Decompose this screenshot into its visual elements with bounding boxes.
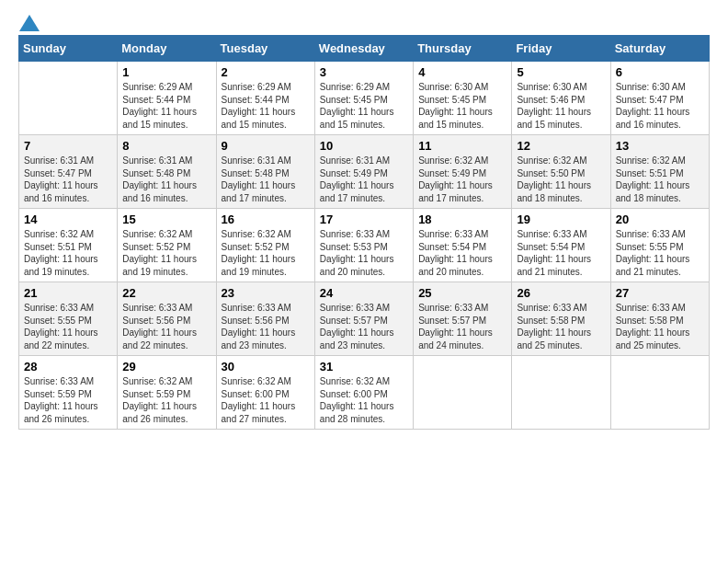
- day-info: Sunrise: 6:32 AMSunset: 5:50 PMDaylight:…: [517, 155, 605, 204]
- day-info: Sunrise: 6:33 AMSunset: 5:55 PMDaylight:…: [24, 302, 112, 351]
- day-number: 28: [24, 360, 112, 373]
- calendar-cell: 1Sunrise: 6:29 AMSunset: 5:44 PMDaylight…: [118, 62, 216, 135]
- day-number: 19: [517, 213, 605, 226]
- day-info: Sunrise: 6:33 AMSunset: 5:58 PMDaylight:…: [517, 302, 605, 351]
- calendar-week-row: 1Sunrise: 6:29 AMSunset: 5:44 PMDaylight…: [19, 62, 710, 135]
- day-number: 8: [122, 139, 210, 153]
- day-number: 1: [122, 65, 210, 79]
- day-number: 22: [122, 286, 210, 300]
- calendar-cell: 15Sunrise: 6:32 AMSunset: 5:52 PMDayligh…: [118, 209, 216, 282]
- calendar-cell: 13Sunrise: 6:32 AMSunset: 5:51 PMDayligh…: [610, 135, 709, 209]
- weekday-header: Friday: [512, 36, 610, 62]
- day-info: Sunrise: 6:32 AMSunset: 6:00 PMDaylight:…: [222, 375, 310, 425]
- weekday-header: Wednesday: [314, 36, 413, 62]
- day-number: 25: [418, 286, 506, 300]
- calendar-cell: [610, 356, 709, 430]
- calendar-cell: 30Sunrise: 6:32 AMSunset: 6:00 PMDayligh…: [216, 356, 314, 430]
- weekday-header: Thursday: [414, 36, 512, 62]
- calendar-cell: 6Sunrise: 6:30 AMSunset: 5:47 PMDaylight…: [610, 62, 709, 135]
- calendar-cell: 10Sunrise: 6:31 AMSunset: 5:49 PMDayligh…: [314, 135, 413, 209]
- day-number: 15: [122, 213, 210, 226]
- day-info: Sunrise: 6:31 AMSunset: 5:49 PMDaylight:…: [320, 155, 408, 204]
- day-number: 2: [222, 65, 310, 79]
- weekday-header: Saturday: [610, 36, 709, 62]
- day-info: Sunrise: 6:32 AMSunset: 5:52 PMDaylight:…: [122, 228, 210, 278]
- logo-bird-icon: [19, 15, 40, 31]
- calendar-cell: [512, 356, 610, 430]
- day-number: 23: [222, 286, 310, 300]
- calendar-cell: 19Sunrise: 6:33 AMSunset: 5:54 PMDayligh…: [512, 209, 610, 282]
- day-number: 24: [320, 286, 408, 300]
- day-info: Sunrise: 6:33 AMSunset: 5:54 PMDaylight:…: [517, 228, 605, 278]
- day-info: Sunrise: 6:33 AMSunset: 5:58 PMDaylight:…: [616, 302, 704, 351]
- calendar-cell: 7Sunrise: 6:31 AMSunset: 5:47 PMDaylight…: [19, 135, 118, 209]
- calendar-cell: 26Sunrise: 6:33 AMSunset: 5:58 PMDayligh…: [512, 282, 610, 356]
- weekday-header: Tuesday: [216, 36, 314, 62]
- day-number: 26: [517, 286, 605, 300]
- calendar-cell: 27Sunrise: 6:33 AMSunset: 5:58 PMDayligh…: [610, 282, 709, 356]
- day-info: Sunrise: 6:31 AMSunset: 5:47 PMDaylight:…: [24, 155, 112, 204]
- calendar-cell: 16Sunrise: 6:32 AMSunset: 5:52 PMDayligh…: [216, 209, 314, 282]
- calendar-cell: 18Sunrise: 6:33 AMSunset: 5:54 PMDayligh…: [414, 209, 512, 282]
- day-info: Sunrise: 6:29 AMSunset: 5:44 PMDaylight:…: [222, 81, 310, 131]
- calendar-cell: 9Sunrise: 6:31 AMSunset: 5:48 PMDaylight…: [216, 135, 314, 209]
- calendar-cell: 14Sunrise: 6:32 AMSunset: 5:51 PMDayligh…: [19, 209, 118, 282]
- day-number: 27: [616, 286, 704, 300]
- day-number: 14: [24, 213, 112, 226]
- day-number: 10: [320, 139, 408, 153]
- calendar-cell: 8Sunrise: 6:31 AMSunset: 5:48 PMDaylight…: [118, 135, 216, 209]
- calendar-cell: 21Sunrise: 6:33 AMSunset: 5:55 PMDayligh…: [19, 282, 118, 356]
- day-number: 4: [418, 65, 506, 79]
- calendar-cell: 11Sunrise: 6:32 AMSunset: 5:49 PMDayligh…: [414, 135, 512, 209]
- calendar-header: SundayMondayTuesdayWednesdayThursdayFrid…: [19, 36, 710, 62]
- day-number: 31: [320, 360, 408, 373]
- calendar-cell: 28Sunrise: 6:33 AMSunset: 5:59 PMDayligh…: [19, 356, 118, 430]
- day-number: 9: [222, 139, 310, 153]
- day-info: Sunrise: 6:29 AMSunset: 5:45 PMDaylight:…: [320, 81, 408, 131]
- day-info: Sunrise: 6:33 AMSunset: 5:59 PMDaylight:…: [24, 375, 112, 425]
- calendar-week-row: 21Sunrise: 6:33 AMSunset: 5:55 PMDayligh…: [19, 282, 710, 356]
- day-info: Sunrise: 6:30 AMSunset: 5:46 PMDaylight:…: [517, 81, 605, 131]
- calendar-cell: 2Sunrise: 6:29 AMSunset: 5:44 PMDaylight…: [216, 62, 314, 135]
- day-info: Sunrise: 6:32 AMSunset: 5:52 PMDaylight:…: [222, 228, 310, 278]
- day-number: 21: [24, 286, 112, 300]
- weekday-header: Sunday: [19, 36, 118, 62]
- day-number: 3: [320, 65, 408, 79]
- day-info: Sunrise: 6:33 AMSunset: 5:53 PMDaylight:…: [320, 228, 408, 278]
- calendar-week-row: 7Sunrise: 6:31 AMSunset: 5:47 PMDaylight…: [19, 135, 710, 209]
- calendar-cell: 29Sunrise: 6:32 AMSunset: 5:59 PMDayligh…: [118, 356, 216, 430]
- calendar-cell: 3Sunrise: 6:29 AMSunset: 5:45 PMDaylight…: [314, 62, 413, 135]
- calendar-cell: 5Sunrise: 6:30 AMSunset: 5:46 PMDaylight…: [512, 62, 610, 135]
- day-number: 12: [517, 139, 605, 153]
- calendar-cell: 12Sunrise: 6:32 AMSunset: 5:50 PMDayligh…: [512, 135, 610, 209]
- logo: [18, 18, 40, 26]
- calendar-cell: [19, 62, 118, 135]
- day-number: 6: [616, 65, 704, 79]
- calendar-cell: 20Sunrise: 6:33 AMSunset: 5:55 PMDayligh…: [610, 209, 709, 282]
- day-info: Sunrise: 6:33 AMSunset: 5:57 PMDaylight:…: [418, 302, 506, 351]
- svg-marker-0: [19, 15, 40, 31]
- day-info: Sunrise: 6:33 AMSunset: 5:56 PMDaylight:…: [122, 302, 210, 351]
- weekday-header: Monday: [118, 36, 216, 62]
- day-info: Sunrise: 6:33 AMSunset: 5:57 PMDaylight:…: [320, 302, 408, 351]
- calendar-cell: 25Sunrise: 6:33 AMSunset: 5:57 PMDayligh…: [414, 282, 512, 356]
- day-info: Sunrise: 6:33 AMSunset: 5:54 PMDaylight:…: [418, 228, 506, 278]
- day-number: 7: [24, 139, 112, 153]
- calendar-cell: [414, 356, 512, 430]
- day-info: Sunrise: 6:32 AMSunset: 6:00 PMDaylight:…: [320, 375, 408, 425]
- calendar-week-row: 14Sunrise: 6:32 AMSunset: 5:51 PMDayligh…: [19, 209, 710, 282]
- day-info: Sunrise: 6:32 AMSunset: 5:51 PMDaylight:…: [24, 228, 112, 278]
- day-number: 13: [616, 139, 704, 153]
- day-info: Sunrise: 6:31 AMSunset: 5:48 PMDaylight:…: [222, 155, 310, 204]
- calendar-cell: 22Sunrise: 6:33 AMSunset: 5:56 PMDayligh…: [118, 282, 216, 356]
- calendar-week-row: 28Sunrise: 6:33 AMSunset: 5:59 PMDayligh…: [19, 356, 710, 430]
- page-header: [18, 18, 710, 26]
- day-info: Sunrise: 6:29 AMSunset: 5:44 PMDaylight:…: [122, 81, 210, 131]
- day-info: Sunrise: 6:30 AMSunset: 5:45 PMDaylight:…: [418, 81, 506, 131]
- calendar-cell: 23Sunrise: 6:33 AMSunset: 5:56 PMDayligh…: [216, 282, 314, 356]
- day-info: Sunrise: 6:32 AMSunset: 5:49 PMDaylight:…: [418, 155, 506, 204]
- calendar-cell: 4Sunrise: 6:30 AMSunset: 5:45 PMDaylight…: [414, 62, 512, 135]
- day-number: 18: [418, 213, 506, 226]
- day-number: 16: [222, 213, 310, 226]
- day-info: Sunrise: 6:32 AMSunset: 5:59 PMDaylight:…: [122, 375, 210, 425]
